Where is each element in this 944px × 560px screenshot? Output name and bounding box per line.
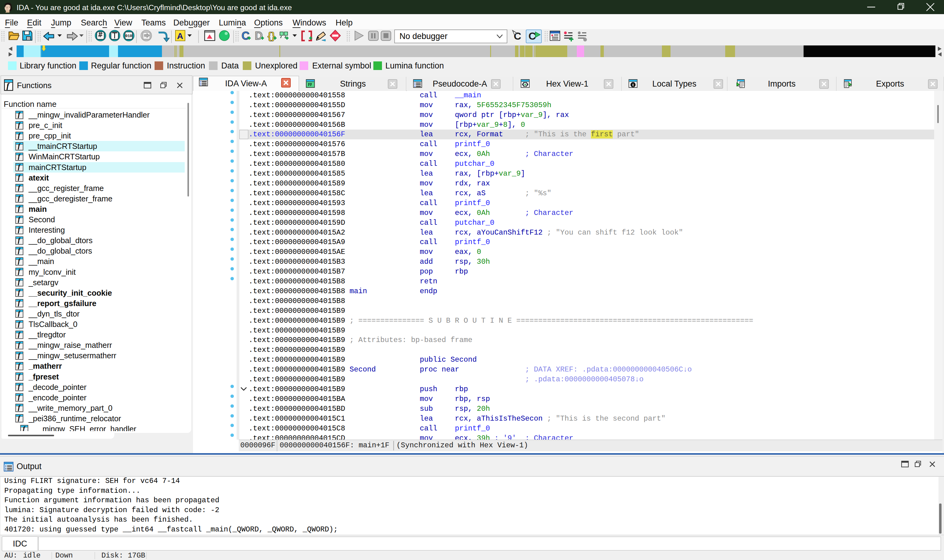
svg-text:C: C <box>529 30 536 42</box>
svg-text:A: A <box>177 31 183 41</box>
svg-text:010: 010 <box>125 34 132 38</box>
svg-text:C: C <box>242 29 250 42</box>
svg-text:D: D <box>255 29 263 42</box>
svg-text:No debugger: No debugger <box>400 32 447 41</box>
svg-text:{}: {} <box>268 30 275 41</box>
